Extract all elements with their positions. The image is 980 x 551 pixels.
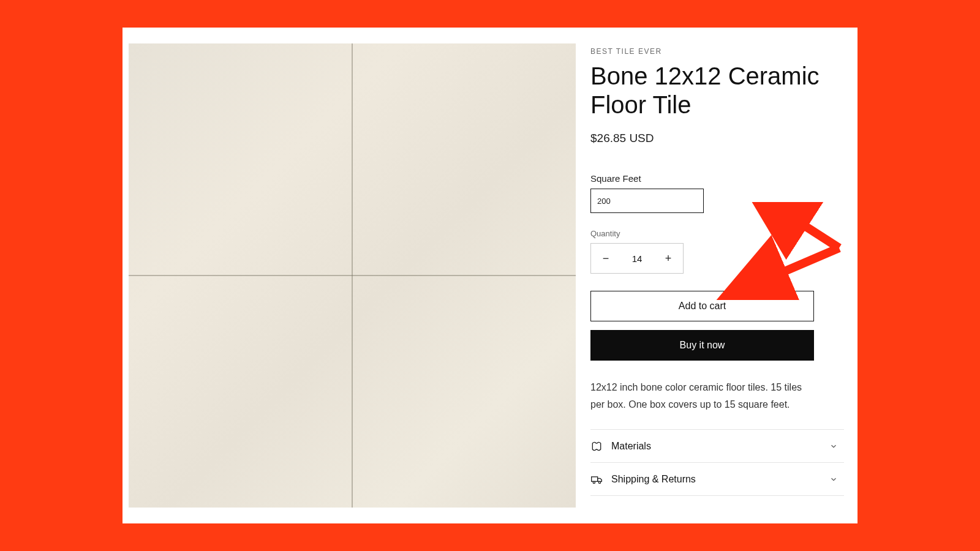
svg-point-2: [598, 481, 600, 483]
product-price: $26.85 USD: [590, 132, 844, 145]
product-image[interactable]: [129, 43, 576, 508]
quantity-value: 14: [620, 253, 654, 264]
truck-icon: [590, 473, 603, 485]
svg-rect-0: [592, 477, 598, 482]
product-title: Bone 12x12 Ceramic Floor Tile: [590, 62, 844, 119]
quantity-label: Quantity: [590, 229, 844, 238]
chevron-down-icon: [829, 442, 838, 451]
accordion: Materials Shipping & Returns: [590, 429, 844, 496]
add-to-cart-button[interactable]: Add to cart: [590, 291, 814, 321]
product-details: BEST TILE EVER Bone 12x12 Ceramic Floor …: [588, 28, 858, 523]
add-to-cart-label: Add to cart: [679, 301, 726, 312]
quantity-stepper: − 14 +: [590, 243, 684, 274]
accordion-label-materials: Materials: [611, 441, 651, 452]
plus-icon: +: [665, 252, 672, 265]
leather-icon: [590, 440, 603, 452]
buy-now-button[interactable]: Buy it now: [590, 330, 814, 361]
quantity-increase-button[interactable]: +: [654, 244, 683, 273]
accordion-label-shipping: Shipping & Returns: [611, 474, 696, 485]
accordion-row-shipping[interactable]: Shipping & Returns: [590, 463, 844, 496]
accordion-row-materials[interactable]: Materials: [590, 430, 844, 463]
product-media: [123, 28, 588, 523]
product-description: 12x12 inch bone color ceramic floor tile…: [590, 379, 811, 413]
sqft-label: Square Feet: [590, 173, 844, 184]
minus-icon: −: [603, 252, 609, 265]
sqft-input[interactable]: [590, 189, 704, 213]
product-card: BEST TILE EVER Bone 12x12 Ceramic Floor …: [123, 28, 858, 523]
buy-now-label: Buy it now: [680, 340, 725, 351]
svg-point-1: [593, 481, 595, 483]
chevron-down-icon: [829, 475, 838, 484]
quantity-decrease-button[interactable]: −: [591, 244, 620, 273]
product-vendor: BEST TILE EVER: [590, 47, 844, 56]
